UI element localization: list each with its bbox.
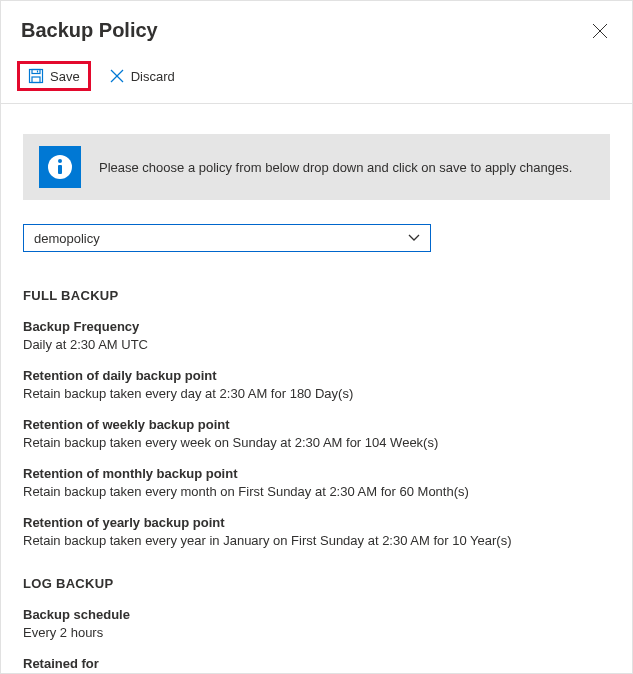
svg-rect-3	[32, 70, 40, 74]
policy-dropdown-value: demopolicy	[34, 231, 100, 246]
weekly-retention-field: Retention of weekly backup point Retain …	[23, 417, 610, 450]
daily-retention-value: Retain backup taken every day at 2:30 AM…	[23, 386, 610, 401]
page-title: Backup Policy	[21, 19, 158, 42]
svg-rect-10	[58, 165, 62, 174]
yearly-retention-label: Retention of yearly backup point	[23, 515, 610, 530]
info-banner: Please choose a policy from below drop d…	[23, 134, 610, 200]
close-icon	[592, 23, 608, 39]
info-icon	[47, 154, 73, 180]
weekly-retention-value: Retain backup taken every week on Sunday…	[23, 435, 610, 450]
policy-dropdown[interactable]: demopolicy	[23, 224, 431, 252]
monthly-retention-value: Retain backup taken every month on First…	[23, 484, 610, 499]
backup-frequency-value: Daily at 2:30 AM UTC	[23, 337, 610, 352]
toolbar: Save Discard	[1, 53, 632, 104]
discard-button-label: Discard	[131, 69, 175, 84]
daily-retention-field: Retention of daily backup point Retain b…	[23, 368, 610, 401]
backup-frequency-label: Backup Frequency	[23, 319, 610, 334]
info-message: Please choose a policy from below drop d…	[99, 160, 572, 175]
save-button-label: Save	[50, 69, 80, 84]
log-backup-section-title: LOG BACKUP	[23, 576, 610, 591]
svg-rect-4	[32, 77, 40, 83]
monthly-retention-field: Retention of monthly backup point Retain…	[23, 466, 610, 499]
backup-schedule-field: Backup schedule Every 2 hours	[23, 607, 610, 640]
backup-schedule-label: Backup schedule	[23, 607, 610, 622]
retained-for-label: Retained for	[23, 656, 610, 671]
full-backup-section-title: FULL BACKUP	[23, 288, 610, 303]
discard-button[interactable]: Discard	[101, 62, 183, 90]
backup-schedule-value: Every 2 hours	[23, 625, 610, 640]
monthly-retention-label: Retention of monthly backup point	[23, 466, 610, 481]
info-icon-container	[39, 146, 81, 188]
discard-icon	[109, 68, 125, 84]
save-button[interactable]: Save	[17, 61, 91, 91]
save-icon	[28, 68, 44, 84]
yearly-retention-value: Retain backup taken every year in Januar…	[23, 533, 610, 548]
daily-retention-label: Retention of daily backup point	[23, 368, 610, 383]
weekly-retention-label: Retention of weekly backup point	[23, 417, 610, 432]
svg-point-9	[58, 159, 62, 163]
panel-header: Backup Policy	[1, 1, 632, 53]
content-area: Please choose a policy from below drop d…	[1, 134, 632, 674]
chevron-down-icon	[408, 234, 420, 242]
retained-for-field: Retained for 15 days	[23, 656, 610, 674]
backup-frequency-field: Backup Frequency Daily at 2:30 AM UTC	[23, 319, 610, 352]
yearly-retention-field: Retention of yearly backup point Retain …	[23, 515, 610, 548]
close-button[interactable]	[588, 19, 612, 43]
